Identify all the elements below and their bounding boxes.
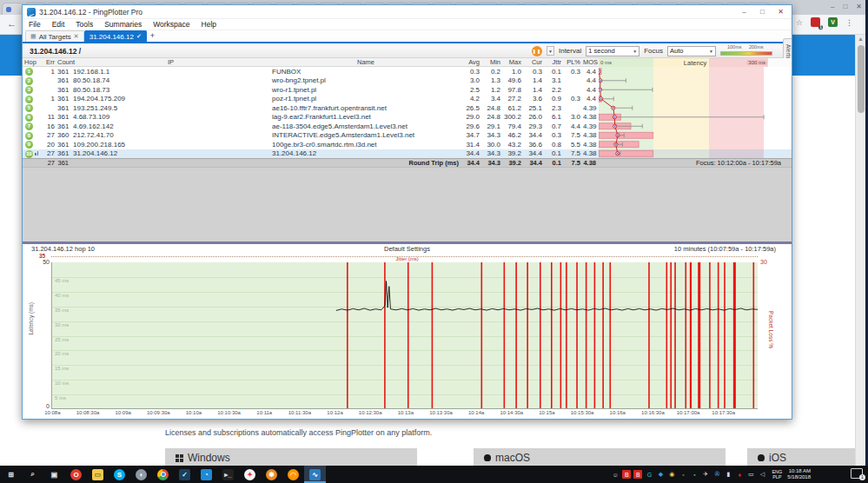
tray-swirl-icon[interactable]: ✇ <box>712 470 721 479</box>
interval-select[interactable]: 1 second▼ <box>586 46 639 56</box>
tray-green-icon[interactable]: ▪ <box>690 470 699 479</box>
platform-card-macos[interactable]: macOS <box>474 448 726 466</box>
round-trip-summary-row[interactable]: 27361Round Trip (ms)34.434.339.234.40.17… <box>23 158 792 167</box>
column-header-avg[interactable]: Avg <box>461 58 482 66</box>
browser-scrollbar[interactable]: ▲ <box>855 35 865 466</box>
tray-b1-icon[interactable]: B <box>622 470 631 479</box>
minimize-button[interactable]: – <box>735 5 753 18</box>
browser-close-button[interactable]: ✕ <box>856 3 862 10</box>
column-header-min[interactable]: Min <box>482 58 503 66</box>
column-header-pl[interactable]: PL% <box>564 58 583 66</box>
menu-item-edit[interactable]: Edit <box>52 20 65 29</box>
tray-blue-icon[interactable]: ◆ <box>656 470 665 479</box>
tab-check-icon[interactable]: ✔ <box>136 33 142 40</box>
compass-app-icon[interactable]: ✦ <box>239 466 261 483</box>
battery-icon[interactable]: ▮ <box>724 470 732 479</box>
language-indicator[interactable]: ENGPLP <box>772 469 782 480</box>
hop-row[interactable]: 102736131.204.146.1231.204.146.1234.434.… <box>23 149 792 159</box>
task-view-icon[interactable]: ▣ <box>43 466 65 483</box>
colorful-app-icon[interactable]: ❋ <box>261 466 282 483</box>
tray-red-icon[interactable]: ♦ <box>735 470 744 479</box>
bookmark-star-icon[interactable]: ☆ <box>796 18 803 27</box>
hop-row[interactable]: 11361192.168.1.1FUNBOX0.30.21.00.30.10.3… <box>23 67 792 76</box>
tray-g-icon[interactable]: G <box>645 470 653 479</box>
column-header-err[interactable]: Err <box>38 58 57 66</box>
tab-close-icon[interactable]: ✕ <box>74 33 79 40</box>
skype-icon[interactable]: S <box>109 466 130 483</box>
maximize-button[interactable]: □ <box>753 5 772 18</box>
pause-dropdown-button[interactable]: ▼ <box>547 46 554 56</box>
check-app-icon[interactable]: ✓ <box>174 466 195 483</box>
action-center-icon[interactable]: 1 <box>851 468 863 479</box>
packet-loss-event-bar <box>609 262 611 409</box>
speaker-icon[interactable]: ◁ <box>758 470 766 479</box>
titlebar[interactable]: 31.204.146.12 - PingPlotter Pro – □ ✕ <box>23 5 792 19</box>
extension-v-icon[interactable]: V <box>828 17 838 27</box>
hop-row[interactable]: 41361194.204.175.209poz-r1.tpnet.pl4.23.… <box>23 95 792 104</box>
hop-row[interactable]: 6113614.68.73.109lag-9.ear2.Frankfurt1.L… <box>23 113 792 122</box>
new-tab-button[interactable]: + <box>150 30 155 42</box>
command-prompt-icon[interactable]: ▸_ <box>217 466 239 483</box>
menu-item-summaries[interactable]: Summaries <box>104 20 142 29</box>
column-header-jttr[interactable]: Jttr <box>545 58 564 66</box>
pl-cell: 0.3 <box>564 68 583 76</box>
display-icon[interactable]: ▭ <box>746 470 755 479</box>
column-header-cur[interactable]: Cur <box>524 58 545 66</box>
column-header-latency[interactable]: 0 msLatency300 ms <box>599 58 792 67</box>
pingplotter-taskbar-icon[interactable]: ∿ <box>304 466 326 483</box>
hop-cell: 8 <box>23 131 38 140</box>
column-header-count[interactable]: Count <box>57 58 71 66</box>
pingplotter-window: 31.204.146.12 - PingPlotter Pro – □ ✕ Fi… <box>22 4 792 420</box>
summary-cell: Round Trip (ms) <box>270 159 461 167</box>
menu-item-workspace[interactable]: Workspace <box>153 20 189 29</box>
opera-icon[interactable]: O <box>65 466 87 483</box>
menu-item-file[interactable]: File <box>29 20 41 29</box>
focus-select[interactable]: Auto▼ <box>667 46 716 56</box>
latency-timeline-plot[interactable]: 45 ms40 ms35 ms30 ms25 ms20 ms15 ms10 ms… <box>51 262 758 409</box>
column-header-ip[interactable]: IP <box>71 58 270 66</box>
column-header-mos[interactable]: MOS <box>583 58 599 66</box>
menu-item-tools[interactable]: Tools <box>76 20 93 29</box>
people-icon[interactable]: ☺ <box>611 470 620 479</box>
hop-row[interactable]: 920361109.200.218.165100ge.br3-cr0.smart… <box>23 140 792 149</box>
avg-cell: 4.2 <box>461 95 482 103</box>
target-tab[interactable]: 31.204.146.12✔ <box>84 30 147 42</box>
column-header-max[interactable]: Max <box>503 58 524 66</box>
chat-app-icon[interactable]: ◖ <box>130 466 152 483</box>
tray-gray-icon[interactable]: ▫ <box>679 470 687 479</box>
name-cell: ae-118-3504.edge5.Amsterdam1.Level3.net <box>270 122 461 130</box>
taskbar-clock[interactable]: 10:18 AM5/18/2018 <box>787 468 811 480</box>
platform-card-ios[interactable]: iOS <box>747 448 855 466</box>
target-tab[interactable]: ▦All Targets✕ <box>25 30 84 42</box>
file-explorer-icon[interactable]: ▭ <box>87 466 109 483</box>
hop-row[interactable]: 827360212.72.41.70INTERACTIVE.edge5.Amst… <box>23 131 792 141</box>
airplane-icon[interactable]: ✈ <box>701 470 710 479</box>
browser-minimize-button[interactable]: – <box>831 3 834 10</box>
name-cell: INTERACTIVE.edge5.Amsterdam1.Level3.net <box>270 131 461 139</box>
back-icon[interactable]: ← <box>7 18 17 29</box>
hop-row[interactable]: 7163614.69.162.142ae-118-3504.edge5.Amst… <box>23 122 792 131</box>
firefox-icon[interactable]: ◠ <box>282 466 304 483</box>
column-header-name[interactable]: Name <box>270 58 461 66</box>
tray-shield-icon[interactable]: ◉ <box>667 470 676 479</box>
browser-menu-icon[interactable]: ⋮ <box>845 18 853 27</box>
hop-row[interactable]: 5361193.251.249.5ae16-10.fftr7.frankfurt… <box>23 103 792 113</box>
close-button[interactable]: ✕ <box>772 5 790 18</box>
scrollbar-thumb[interactable] <box>858 45 865 113</box>
tray-b2-icon[interactable]: B <box>633 470 642 479</box>
hop-row[interactable]: 236180.50.18.74wro-bng2.tpnet.pl3.01.349… <box>23 76 792 86</box>
menu-item-help[interactable]: Help <box>202 20 216 29</box>
start-button[interactable]: ⊞ <box>0 466 22 483</box>
blue-app-icon[interactable]: ◔ <box>195 466 217 483</box>
target-address[interactable]: 31.204.146.12 / <box>30 47 81 56</box>
hop-row[interactable]: 336180.50.18.73wro-r1.tpnet.pl2.51.297.8… <box>23 85 792 95</box>
platform-card-windows[interactable]: Windows <box>165 448 417 466</box>
browser-maximize-button[interactable]: □ <box>843 3 847 10</box>
chrome-icon[interactable] <box>152 466 174 483</box>
extension-pin-icon[interactable]: 1 <box>811 17 820 27</box>
scrollbar-up-icon[interactable]: ▲ <box>856 35 865 43</box>
avg-cell: 2.5 <box>461 86 482 94</box>
search-icon[interactable]: ⌕ <box>22 466 43 483</box>
pause-button[interactable]: ❚❚ <box>532 46 542 56</box>
column-header-hop[interactable]: Hop <box>23 58 38 66</box>
